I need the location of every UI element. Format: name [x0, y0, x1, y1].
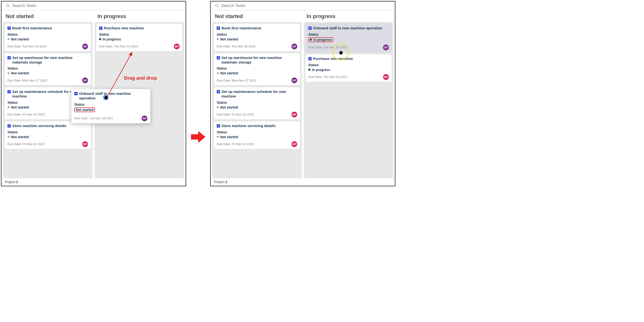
status-highlight: Not started: [74, 107, 95, 112]
column-title: Not started: [3, 12, 92, 22]
task-icon: [308, 27, 312, 30]
task-card[interactable]: Book first maintenance Status Not starte…: [4, 23, 91, 52]
due-date: Due Date: Thu Nov 23 2023: [99, 45, 138, 48]
board: Not started Book first maintenance Statu…: [211, 10, 395, 178]
kanban-before: Not started Book first maintenance Statu…: [1, 1, 186, 186]
task-icon: [217, 90, 220, 93]
column-not-started: Not started Book first maintenance Statu…: [212, 12, 302, 178]
due-date: Due Date: Mon Nov 27 2023: [217, 79, 256, 82]
status-dot-icon: [8, 72, 10, 74]
svg-point-3: [216, 4, 218, 7]
footer: Project 2: [2, 178, 186, 186]
avatar[interactable]: GP: [292, 44, 297, 49]
column-body[interactable]: Onboard staff to new machine operation S…: [304, 22, 394, 178]
status-dot-icon: [308, 69, 310, 71]
svg-line-1: [8, 6, 10, 7]
task-icon: [8, 27, 11, 30]
svg-line-4: [218, 6, 218, 7]
task-card[interactable]: Store machine servicing details Status N…: [214, 121, 300, 149]
task-icon: [8, 124, 11, 128]
task-title: Purchase new machine: [104, 26, 144, 31]
status-dot-icon: [217, 38, 219, 40]
transition-arrow-icon: [191, 131, 205, 143]
task-card[interactable]: Set up warehouse for new machine materia…: [214, 53, 300, 86]
due-date: Due Date: Tue Nov 28 2023: [8, 45, 46, 48]
status-value: In progress: [308, 37, 389, 42]
annotation-label: Drag and drop: [124, 75, 157, 81]
task-title: Store machine servicing details: [222, 124, 276, 128]
task-card[interactable]: Store machine servicing details Status N…: [4, 121, 91, 149]
status-dot-icon: [8, 38, 10, 40]
search-input[interactable]: [221, 3, 390, 8]
task-card-dragging[interactable]: Onboard staff to new machine operation S…: [71, 89, 150, 123]
task-title: Book first maintenance: [222, 26, 262, 31]
due-date: Due Date: Tue Nov 28 2023: [308, 46, 347, 49]
task-card[interactable]: Purchase new machine Status In progress …: [305, 54, 392, 82]
status-value: Not started: [8, 37, 88, 41]
status-dot-icon: [8, 136, 10, 138]
column-title: Not started: [212, 12, 302, 22]
due-date: Due Date: Mon Nov 27 2023: [8, 79, 47, 82]
status-value: Not started: [217, 37, 297, 41]
status-label: Status: [308, 63, 389, 67]
footer: Project 2: [211, 178, 395, 186]
task-icon: [217, 124, 220, 128]
status-label: Status: [217, 33, 297, 36]
status-label: Status: [308, 33, 389, 36]
due-date: Due Date: Thu Nov 23 2023: [308, 75, 347, 79]
column-title: In progress: [304, 12, 394, 22]
task-title: Set up maintenance schedule for new mach…: [222, 90, 297, 99]
due-date: Due Date: Fri Nov 24 2023: [217, 113, 254, 116]
task-icon: [8, 90, 11, 93]
kanban-after: Not started Book first maintenance Statu…: [210, 1, 395, 186]
due-date: Due Date: Fri Nov 24 2023: [8, 142, 45, 146]
task-title: Onboard staff to new machine operation: [313, 26, 382, 31]
status-label: Status: [217, 66, 297, 70]
task-icon: [8, 56, 11, 60]
task-card[interactable]: Book first maintenance Status Not starte…: [214, 23, 300, 52]
status-dot-icon: [99, 38, 101, 40]
status-value: Not started: [74, 107, 148, 112]
task-card-dropped[interactable]: Onboard staff to new machine operation S…: [305, 23, 392, 53]
status-label: Status: [8, 66, 88, 70]
status-dot-icon: [217, 106, 219, 108]
search-input[interactable]: [12, 3, 181, 8]
avatar[interactable]: MP: [174, 44, 180, 49]
task-card[interactable]: Purchase new machine Status In progress …: [96, 23, 183, 52]
task-title: Onboard staff to new machine operation: [79, 92, 148, 101]
avatar[interactable]: GP: [82, 44, 88, 49]
task-icon: [217, 27, 220, 30]
column-body[interactable]: Book first maintenance Status Not starte…: [212, 22, 302, 178]
avatar[interactable]: GP: [142, 116, 148, 121]
avatar[interactable]: GP: [292, 78, 297, 83]
status-value: Not started: [8, 71, 88, 75]
status-highlight: In progress: [308, 37, 333, 42]
status-label: Status: [99, 33, 180, 36]
task-card[interactable]: Set up warehouse for new machine materia…: [4, 53, 91, 86]
due-date: Due Date: Fri Nov 24 2023: [217, 142, 254, 146]
column-title: In progress: [94, 12, 184, 22]
avatar[interactable]: GP: [383, 45, 389, 50]
due-date: Due Date: Tue Nov 28 2023: [74, 117, 113, 120]
status-label: Status: [217, 130, 297, 134]
status-value: Not started: [8, 135, 88, 139]
status-value: In progress: [308, 68, 389, 72]
status-label: Status: [8, 130, 88, 134]
svg-point-0: [6, 4, 9, 7]
status-label: Status: [8, 33, 88, 36]
column-in-progress: In progress Onboard staff to new machine…: [304, 12, 394, 178]
task-icon: [308, 57, 312, 60]
status-label: Status: [74, 103, 148, 106]
status-dot-icon: [217, 136, 219, 138]
task-title: Book first maintenance: [12, 26, 52, 31]
avatar[interactable]: GP: [82, 78, 88, 83]
avatar[interactable]: MP: [383, 74, 389, 80]
avatar[interactable]: MP: [82, 141, 88, 147]
status-label: Status: [217, 101, 297, 104]
avatar[interactable]: MP: [292, 112, 297, 117]
status-value: Not started: [217, 105, 297, 109]
task-card[interactable]: Set up maintenance schedule for new mach…: [214, 87, 300, 120]
avatar[interactable]: MP: [292, 141, 297, 147]
status-value: Not started: [217, 71, 297, 75]
task-icon: [99, 27, 102, 30]
